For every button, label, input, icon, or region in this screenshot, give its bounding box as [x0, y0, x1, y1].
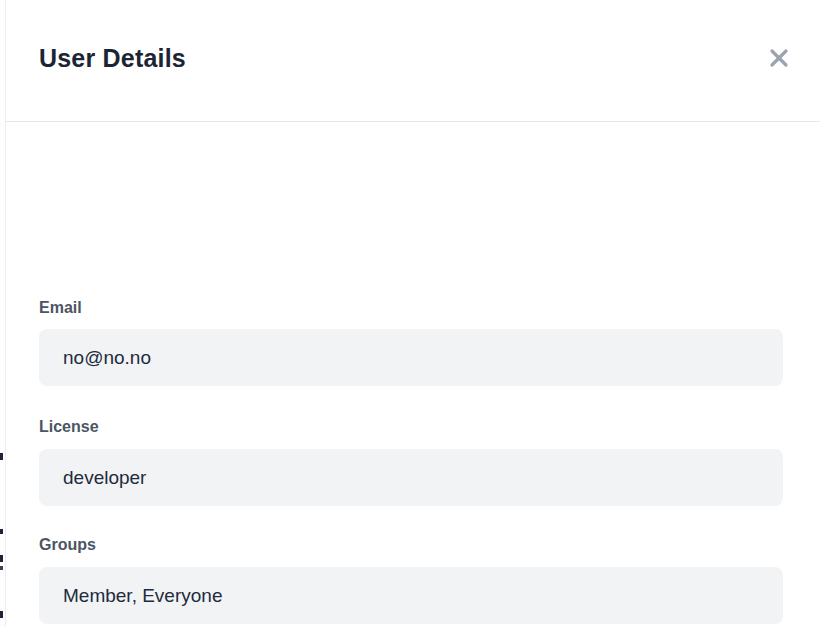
background-page-fragment [0, 566, 3, 570]
email-field[interactable]: no@no.no [39, 329, 783, 386]
license-field[interactable]: developer [39, 449, 783, 506]
user-details-modal: User Details Email no@no.no License deve… [5, 0, 820, 626]
groups-value: Member, Everyone [63, 585, 222, 607]
background-page-fragment [0, 611, 3, 618]
license-label: License [39, 418, 99, 436]
background-page-fragment [0, 453, 3, 460]
close-icon [767, 46, 791, 70]
page-title: User Details [39, 44, 186, 73]
background-page-fragment [0, 529, 3, 534]
groups-field[interactable]: Member, Everyone [39, 567, 783, 624]
groups-label: Groups [39, 536, 96, 554]
email-label: Email [39, 299, 82, 317]
email-value: no@no.no [63, 347, 151, 369]
close-button[interactable] [764, 43, 794, 73]
background-page-fragment [0, 555, 3, 562]
modal-header: User Details [6, 0, 820, 122]
license-value: developer [63, 467, 146, 489]
